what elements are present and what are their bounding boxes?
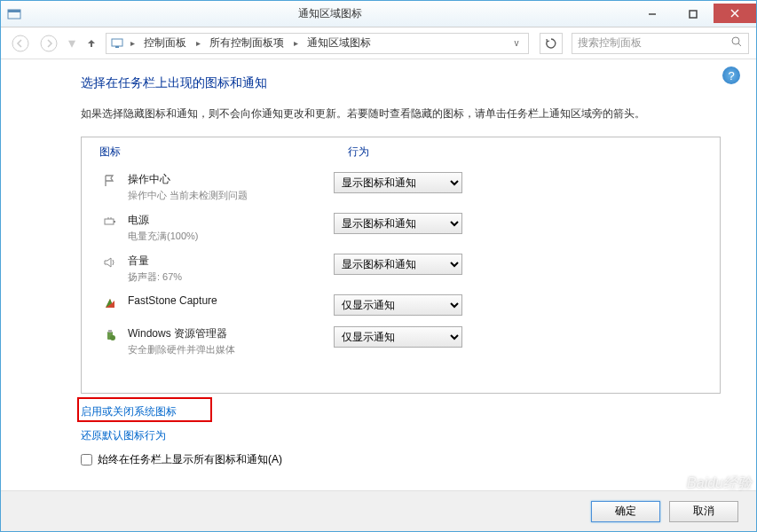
back-button[interactable] xyxy=(8,31,33,56)
help-icon[interactable]: ? xyxy=(722,66,740,84)
search-placeholder: 搜索控制面板 xyxy=(578,35,642,51)
chevron-right-icon: ▸ xyxy=(126,38,138,48)
app-icon xyxy=(1,7,28,21)
flag-icon xyxy=(99,172,121,188)
window-title: 通知区域图标 xyxy=(28,6,632,21)
dropdown-chevron[interactable]: ▾ xyxy=(68,35,75,51)
content-area: ? 选择在任务栏上出现的图标和通知 如果选择隐藏图标和通知，则不会向你通知更改和… xyxy=(1,59,756,490)
svg-point-6 xyxy=(12,35,28,51)
search-input[interactable]: 搜索控制面板 xyxy=(572,33,749,54)
always-show-label: 始终在任务栏上显示所有图标和通知(A) xyxy=(98,452,282,467)
ok-button[interactable]: 确定 xyxy=(591,501,660,522)
page-description: 如果选择隐藏图标和通知，则不会向你通知更改和更新。若要随时查看隐藏的图标，请单击… xyxy=(81,106,721,122)
table-row: FastStone Capture仅显示通知 xyxy=(82,289,720,321)
svg-line-11 xyxy=(738,43,741,46)
row-title: 操作中心 xyxy=(128,172,334,187)
breadcrumb-item[interactable]: 通知区域图标 xyxy=(304,35,375,51)
row-title: FastStone Capture xyxy=(128,294,334,307)
row-subtitle: 操作中心 当前未检测到问题 xyxy=(128,189,334,202)
svg-rect-8 xyxy=(112,39,122,46)
always-show-checkbox-row: 始终在任务栏上显示所有图标和通知(A) xyxy=(81,452,721,467)
footer: 确定 取消 xyxy=(1,490,756,531)
svg-rect-1 xyxy=(8,10,20,12)
window-controls xyxy=(632,4,756,24)
breadcrumb-item[interactable]: 控制面板 xyxy=(140,35,190,51)
breadcrumb[interactable]: ▸ 控制面板 ▸ 所有控制面板项 ▸ 通知区域图标 v xyxy=(106,33,529,54)
svg-rect-15 xyxy=(108,330,112,332)
behavior-select[interactable]: 显示图标和通知 xyxy=(334,213,462,234)
icons-panel: 图标 行为 操作中心操作中心 当前未检测到问题显示图标和通知电源电量充满(100… xyxy=(81,137,721,394)
search-icon xyxy=(730,35,743,51)
monitor-icon xyxy=(110,36,124,51)
table-row: 电源电量充满(100%)显示图标和通知 xyxy=(82,207,720,248)
minimize-button[interactable] xyxy=(632,4,673,24)
row-title: 音量 xyxy=(128,254,334,269)
table-row: Windows 资源管理器安全删除硬件并弹出媒体仅显示通知 xyxy=(82,321,720,362)
behavior-select[interactable]: 显示图标和通知 xyxy=(334,172,462,193)
maximize-button[interactable] xyxy=(673,4,714,24)
behavior-select[interactable]: 显示图标和通知 xyxy=(334,254,462,275)
chevron-right-icon: ▸ xyxy=(289,38,302,48)
navbar: ▾ ▸ 控制面板 ▸ 所有控制面板项 ▸ 通知区域图标 v 搜索控制面板 xyxy=(1,27,756,59)
svg-rect-13 xyxy=(114,221,115,223)
behavior-select[interactable]: 仅显示通知 xyxy=(334,326,462,348)
svg-rect-3 xyxy=(690,11,697,18)
table-row: 音量扬声器: 67%显示图标和通知 xyxy=(82,248,720,289)
behavior-select[interactable]: 仅显示通知 xyxy=(334,294,462,316)
breadcrumb-dropdown[interactable]: v xyxy=(509,38,524,48)
refresh-button[interactable] xyxy=(540,33,563,54)
links-section: 启用或关闭系统图标 还原默认图标行为 xyxy=(81,404,721,443)
row-subtitle: 扬声器: 67% xyxy=(128,270,334,284)
window: 通知区域图标 ▾ ▸ 控制面板 ▸ 所有控制面板项 ▸ 通知区域图标 v 搜索控… xyxy=(0,0,757,532)
col-header-behavior: 行为 xyxy=(348,145,702,160)
svg-point-10 xyxy=(732,37,739,44)
close-button[interactable] xyxy=(714,4,756,23)
usb-icon xyxy=(99,326,121,342)
table-row: 操作中心操作中心 当前未检测到问题显示图标和通知 xyxy=(82,167,720,207)
faststone-icon xyxy=(99,294,121,310)
toggle-system-icons-link[interactable]: 启用或关闭系统图标 xyxy=(81,404,721,419)
svg-point-7 xyxy=(41,35,57,51)
chevron-right-icon: ▸ xyxy=(192,38,204,48)
page-title: 选择在任务栏上出现的图标和通知 xyxy=(81,75,721,91)
speaker-icon xyxy=(99,254,121,270)
row-subtitle: 电量充满(100%) xyxy=(128,230,334,243)
svg-point-16 xyxy=(110,335,115,340)
restore-default-link[interactable]: 还原默认图标行为 xyxy=(81,428,721,443)
cancel-button[interactable]: 取消 xyxy=(669,501,738,522)
row-subtitle: 安全删除硬件并弹出媒体 xyxy=(128,343,334,356)
breadcrumb-item[interactable]: 所有控制面板项 xyxy=(206,35,288,51)
battery-icon xyxy=(99,213,121,229)
table-header: 图标 行为 xyxy=(82,145,720,167)
titlebar: 通知区域图标 xyxy=(1,1,756,27)
always-show-checkbox[interactable] xyxy=(81,454,92,466)
row-title: Windows 资源管理器 xyxy=(128,326,334,341)
row-title: 电源 xyxy=(128,213,334,228)
svg-rect-12 xyxy=(105,219,114,224)
col-header-icon: 图标 xyxy=(99,145,348,160)
svg-rect-9 xyxy=(115,46,119,48)
forward-button[interactable] xyxy=(36,31,61,56)
up-button[interactable] xyxy=(83,37,100,50)
